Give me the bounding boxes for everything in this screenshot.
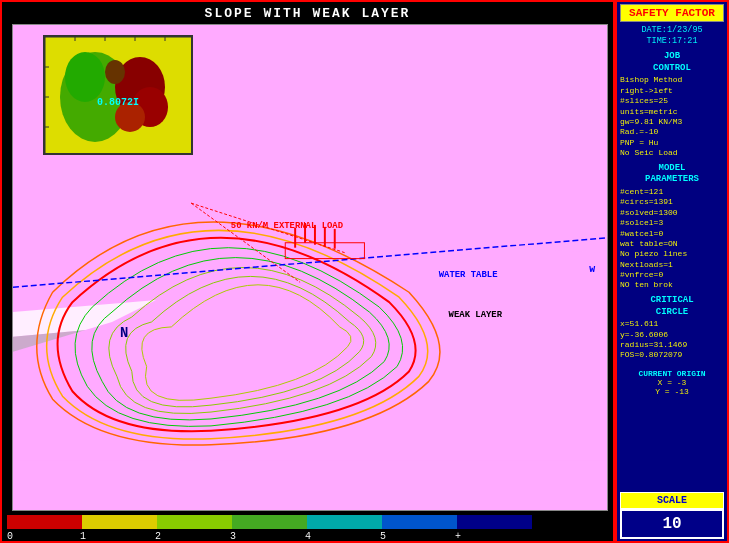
current-origin-title: CURRENT ORIGIN bbox=[620, 369, 724, 378]
critical-circle-text: x=51.611y=-36.6006radius=31.1469FOS=0.80… bbox=[620, 319, 724, 361]
svg-point-20 bbox=[65, 52, 105, 102]
svg-rect-48 bbox=[307, 515, 382, 529]
svg-text:0.8072I: 0.8072I bbox=[97, 97, 139, 108]
right-panel: SAFETY FACTOR DATE:1/23/95TIME:17:21 JOB… bbox=[615, 2, 727, 541]
current-origin-section: CURRENT ORIGIN X = -3Y = -13 bbox=[620, 369, 724, 396]
svg-text:5: 5 bbox=[380, 531, 386, 541]
main-container: SLOPE WITH WEAK LAYER bbox=[0, 0, 729, 543]
svg-text:50 KN/M EXTERNAL LOAD: 50 KN/M EXTERNAL LOAD bbox=[231, 221, 343, 231]
svg-text:+: + bbox=[455, 531, 461, 541]
svg-text:W: W bbox=[589, 264, 595, 275]
model-params-section: MODELPARAMETERS #cent=121#circs=1391#sol… bbox=[620, 163, 724, 291]
inset-map: 0.8072I bbox=[43, 35, 193, 155]
svg-rect-45 bbox=[82, 515, 157, 529]
job-control-title: JOBCONTROL bbox=[620, 51, 724, 74]
svg-rect-44 bbox=[7, 515, 82, 529]
model-params-title: MODELPARAMETERS bbox=[620, 163, 724, 186]
svg-text:1: 1 bbox=[80, 531, 86, 541]
svg-text:2: 2 bbox=[155, 531, 161, 541]
date-time-section: DATE:1/23/95TIME:17:21 bbox=[620, 25, 724, 47]
critical-circle-section: CRITICALCIRCLE x=51.611y=-36.6006radius=… bbox=[620, 295, 724, 361]
critical-circle-title: CRITICALCIRCLE bbox=[620, 295, 724, 318]
scale-value: 10 bbox=[620, 509, 724, 539]
svg-rect-46 bbox=[157, 515, 232, 529]
job-control-text: Bishop Methodright->left#slices=25units=… bbox=[620, 75, 724, 158]
svg-text:WEAK LAYER: WEAK LAYER bbox=[449, 310, 503, 320]
svg-rect-49 bbox=[382, 515, 457, 529]
left-panel: SLOPE WITH WEAK LAYER bbox=[2, 2, 615, 541]
color-scale: 0 1 2 3 4 5 + bbox=[2, 513, 613, 541]
date-time-label: DATE:1/23/95TIME:17:21 bbox=[620, 25, 724, 47]
svg-rect-47 bbox=[232, 515, 307, 529]
safety-factor-title: SAFETY FACTOR bbox=[620, 4, 724, 22]
model-params-text: #cent=121#circs=1391#solved=1300#solcel=… bbox=[620, 187, 724, 291]
svg-rect-50 bbox=[457, 515, 532, 529]
svg-point-24 bbox=[105, 60, 125, 84]
job-control-section: JOBCONTROL Bishop Methodright->left#slic… bbox=[620, 51, 724, 159]
scale-title: SCALE bbox=[620, 492, 724, 509]
svg-text:N: N bbox=[120, 325, 128, 341]
svg-text:WATER TABLE: WATER TABLE bbox=[439, 270, 498, 280]
current-origin-values: X = -3Y = -13 bbox=[620, 378, 724, 396]
svg-text:0: 0 bbox=[7, 531, 13, 541]
svg-text:3: 3 bbox=[230, 531, 236, 541]
scale-section: SCALE 10 bbox=[620, 486, 724, 539]
main-plot: N WATER TABLE W WEAK LAYER 50 KN/M EXTER… bbox=[12, 24, 608, 511]
plot-title: SLOPE WITH WEAK LAYER bbox=[2, 2, 613, 23]
svg-text:4: 4 bbox=[305, 531, 311, 541]
